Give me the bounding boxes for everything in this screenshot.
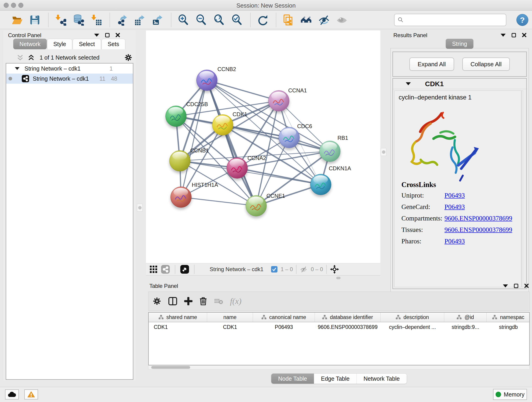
node-HIST1H1A[interactable] bbox=[171, 186, 191, 208]
cell-shared-name[interactable]: CDK1 bbox=[149, 322, 207, 332]
tab-style[interactable]: Style bbox=[47, 39, 72, 49]
column-header-shared-name[interactable]: shared name bbox=[149, 313, 207, 322]
hidden-eye-icon[interactable] bbox=[300, 266, 307, 273]
expand-all-icon[interactable] bbox=[28, 54, 35, 61]
show-all-eye-icon[interactable] bbox=[336, 14, 348, 26]
search-input[interactable] bbox=[406, 17, 502, 23]
crosslink-link[interactable]: 9606.ENSP00000378699 bbox=[444, 226, 512, 234]
delete-column-trash-icon[interactable] bbox=[199, 297, 207, 306]
zoom-selected-icon[interactable] bbox=[231, 14, 243, 26]
left-splitter-handle[interactable] bbox=[137, 204, 143, 211]
node-CCNE1[interactable] bbox=[246, 195, 267, 216]
results-scrollbar-track[interactable] bbox=[521, 91, 522, 287]
open-session-icon[interactable] bbox=[11, 14, 23, 26]
edge-HIST1H1A-CCNE1[interactable] bbox=[181, 197, 256, 206]
crosslink-link[interactable]: P06493 bbox=[444, 237, 465, 245]
column-header-namespac[interactable]: namespac bbox=[487, 313, 530, 322]
search-box[interactable] bbox=[394, 14, 506, 26]
panel-close-icon[interactable] bbox=[522, 33, 526, 37]
expand-all-button[interactable]: Expand All bbox=[409, 57, 454, 71]
panel-menu-icon[interactable] bbox=[94, 34, 99, 37]
panel-float-icon[interactable] bbox=[105, 33, 109, 37]
warning-button[interactable] bbox=[24, 389, 38, 400]
table-hscrollbar[interactable] bbox=[148, 365, 530, 370]
node-section-header[interactable]: CDK1 bbox=[393, 79, 526, 89]
node-CCNB2[interactable] bbox=[196, 70, 217, 91]
table-row[interactable]: CDK1CDK1P064939606.ENSP00000378699cyclin… bbox=[149, 322, 529, 332]
section-collapse-icon[interactable] bbox=[406, 82, 411, 85]
panel-float-icon[interactable] bbox=[514, 284, 518, 288]
network-canvas[interactable]: CCNB2CCNA1CDC25BCDK1CDC6RB1CCNB1CCNA2CDK… bbox=[146, 31, 380, 263]
export-image-icon[interactable] bbox=[152, 14, 164, 26]
tab-edge-table[interactable]: Edge Table bbox=[314, 374, 357, 384]
export-table-icon[interactable] bbox=[134, 14, 146, 26]
horizontal-splitter-handle[interactable] bbox=[336, 277, 341, 279]
grid-view-icon[interactable] bbox=[150, 265, 157, 273]
hide-selected-eye-icon[interactable] bbox=[318, 14, 330, 26]
crosslink-link[interactable]: P06493 bbox=[444, 203, 465, 211]
column-header--id[interactable]: @id bbox=[444, 313, 487, 322]
panel-menu-icon[interactable] bbox=[503, 284, 508, 287]
add-column-icon[interactable] bbox=[184, 297, 192, 305]
tree-expand-icon[interactable] bbox=[15, 67, 19, 70]
collapse-all-icon[interactable] bbox=[17, 54, 24, 61]
right-splitter-handle[interactable] bbox=[381, 148, 386, 156]
selected-checkbox-icon[interactable] bbox=[271, 266, 278, 273]
tab-node-table[interactable]: Node Table bbox=[271, 374, 314, 384]
cell-database-identifier[interactable]: 9606.ENSP00000378699 bbox=[315, 322, 380, 332]
crosslink-link[interactable]: 9606.ENSP00000378699 bbox=[444, 215, 512, 222]
save-session-icon[interactable] bbox=[29, 14, 41, 26]
network-collection-row[interactable]: String Network – cdk1 1 bbox=[6, 64, 133, 74]
zoom-in-icon[interactable] bbox=[177, 14, 189, 26]
panel-close-icon[interactable] bbox=[115, 33, 120, 37]
node-CCNA2[interactable] bbox=[227, 157, 248, 179]
column-header-name[interactable]: name bbox=[207, 313, 253, 322]
network-view-share-icon[interactable] bbox=[161, 265, 170, 274]
import-table-icon[interactable] bbox=[90, 14, 102, 26]
column-header-database-identifier[interactable]: database identifier bbox=[315, 313, 380, 322]
export-network-icon[interactable] bbox=[116, 14, 128, 26]
detach-view-icon[interactable] bbox=[180, 265, 189, 274]
cell-canonical-name[interactable]: P06493 bbox=[253, 322, 315, 332]
cell-namespac[interactable]: stringdb bbox=[487, 322, 530, 332]
cell-description[interactable]: cyclin–dependent ... bbox=[380, 322, 444, 332]
tab-network[interactable]: Network bbox=[13, 39, 47, 49]
apply-layout-icon[interactable] bbox=[257, 14, 268, 26]
node-table[interactable]: shared namenamecanonical namedatabase id… bbox=[148, 312, 530, 365]
node-CCNB1[interactable] bbox=[169, 150, 190, 172]
collapse-all-button[interactable]: Collapse All bbox=[462, 57, 510, 71]
results-scroll-area[interactable]: CDK1 cyclin–dependent kinase 1 bbox=[393, 78, 527, 289]
tab-string[interactable]: String bbox=[446, 39, 473, 49]
node-CDKN1A[interactable] bbox=[310, 174, 331, 195]
panel-close-icon[interactable] bbox=[524, 283, 529, 288]
import-network-database-icon[interactable] bbox=[72, 14, 84, 26]
cell--id[interactable]: stringdb:9... bbox=[444, 322, 487, 332]
column-header-description[interactable]: description bbox=[380, 313, 444, 322]
select-columns-icon[interactable] bbox=[168, 297, 177, 306]
panel-menu-icon[interactable] bbox=[500, 34, 506, 37]
node-CDC6[interactable] bbox=[279, 127, 300, 148]
crosslink-link[interactable]: P06493 bbox=[444, 191, 465, 199]
tab-sets[interactable]: Sets bbox=[101, 39, 125, 49]
table-hscrollbar-thumb[interactable] bbox=[151, 366, 190, 369]
import-network-icon[interactable] bbox=[55, 14, 66, 26]
tab-select[interactable]: Select bbox=[73, 39, 101, 49]
node-CCNA1[interactable] bbox=[268, 90, 289, 111]
tab-network-table[interactable]: Network Table bbox=[357, 374, 407, 384]
cell-name[interactable]: CDK1 bbox=[207, 322, 253, 332]
column-header-canonical-name[interactable]: canonical name bbox=[253, 313, 315, 322]
copy-network-icon[interactable] bbox=[282, 14, 294, 26]
node-CDC25B[interactable] bbox=[165, 106, 186, 127]
node-RB1[interactable] bbox=[319, 141, 341, 162]
help-button[interactable]: ? bbox=[516, 14, 528, 26]
home-icon[interactable] bbox=[300, 14, 312, 26]
zoom-fit-icon[interactable] bbox=[213, 14, 225, 26]
table-options-gear-icon[interactable] bbox=[152, 297, 161, 306]
network-options-gear-icon[interactable] bbox=[124, 53, 133, 62]
panel-float-icon[interactable] bbox=[512, 33, 516, 37]
cloud-button[interactable] bbox=[5, 389, 19, 400]
pan-crosshair-icon[interactable] bbox=[330, 265, 339, 274]
network-row[interactable]: String Network – cdk1 11 48 bbox=[6, 74, 133, 84]
zoom-out-icon[interactable] bbox=[195, 14, 207, 26]
memory-button[interactable]: Memory bbox=[493, 389, 527, 400]
